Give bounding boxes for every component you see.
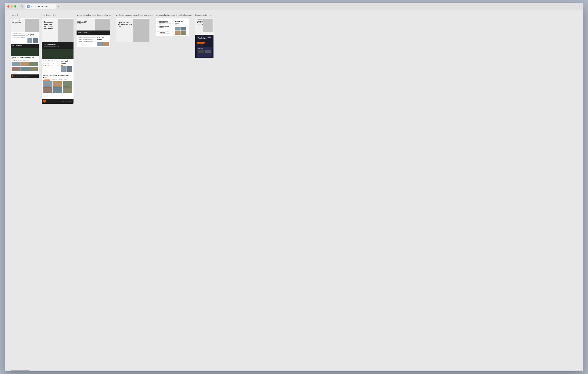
lp1-hero-text: Explore and Share your Magnificent Desk …	[77, 21, 88, 25]
chosen-tab-all[interactable]: All Workspace	[43, 79, 50, 81]
fullscreen-window-button[interactable]	[14, 5, 16, 8]
chosen-grid-6: Raijin Ngershot	[63, 87, 72, 93]
frame-6-column: Frame 6 Explore and Share your Magnifice…	[10, 14, 39, 78]
lp3-step-content-3: Mention Your Lovely Peripherals Tag all …	[159, 31, 174, 34]
workspes-lp3-card[interactable]: Explore Millions of Workspace Ideas Brow…	[156, 18, 189, 36]
lp3-step-desc-1: Browse through thousands of workspace se…	[159, 23, 174, 25]
lp1-step-2: Submit Yours to the Community	[78, 39, 96, 40]
lp1-dot-2	[78, 39, 79, 40]
chosen-grid-label-5: Hareng Mokhuk	[53, 92, 59, 93]
browser-window: Vicky - Exploration × + ··· Frame 6	[5, 3, 294, 187]
workspes-lp1-card[interactable]: Explore and Share your Magnificent Desk …	[76, 18, 110, 47]
workspace-grid	[11, 62, 38, 71]
chosen-how-right: How It All Works	[61, 60, 72, 72]
lp1-about: About Workspes Share your Workspace Idea…	[76, 31, 110, 35]
footer-link-1[interactable]: Blog	[14, 76, 15, 77]
traffic-lights	[7, 5, 16, 8]
chosen-hero: Explore and Share your Magnificent Desk …	[42, 19, 74, 42]
spread-tabs: All Workspace Productivity Gaming Casual	[11, 60, 38, 61]
grid-item-1	[11, 62, 20, 66]
frame6-thumbnails	[27, 38, 38, 43]
lp1-step-text-3: Mention Your Lovely Peripherals	[79, 41, 93, 42]
chosen-step-2: Submit Yours to the Community	[43, 63, 59, 64]
tab-casual[interactable]: Casual	[26, 60, 29, 61]
lp3-thumb-3	[175, 31, 180, 35]
workspes-lp2-card[interactable]: Explore and Share your Magnificent Desk …	[116, 18, 149, 42]
lp3-how-row: Explore Millions of Workspace Ideas Brow…	[157, 21, 188, 35]
frame6-steps: Explore Millions of Workspace Ideas Subm…	[11, 33, 27, 43]
new-tab-button[interactable]: +	[56, 4, 61, 9]
tab-bar: Vicky - Exploration × +	[25, 4, 294, 9]
lp1-how-row: Explore Millions of Workspace Ideas Subm…	[78, 37, 109, 46]
chosen-tab-productivity[interactable]: Productivity	[51, 79, 57, 81]
lp3-nav	[156, 18, 189, 19]
chosen-explore-title: Spread Your Workspace Idea to the World	[43, 75, 72, 78]
lp1-step-3: Mention Your Lovely Peripherals	[78, 41, 96, 42]
chosen-grid-label-4: Dark Side of the Mo...	[43, 92, 51, 93]
frame6-spread: Spread Your Workspace Idea to the World …	[10, 56, 39, 75]
frame6-how-right: How It All Works ──	[27, 33, 38, 43]
lp3-step-content-2: Submit Yours to the Community Share your…	[159, 26, 174, 29]
tab-title: Vicky - Exploration	[31, 5, 50, 8]
tab-gaming[interactable]: Gaming	[22, 60, 26, 61]
load-more-button[interactable]	[43, 95, 48, 96]
chosen-card[interactable]: Explore and Share your Magnificent Desk …	[42, 18, 74, 104]
active-tab[interactable]: Vicky - Exploration ×	[25, 4, 56, 9]
ig-cta-button[interactable]: dribbble.com/vicky	[197, 42, 205, 43]
chosen-how-row: Explore Millions of Workspace Ideas Subm…	[43, 60, 72, 72]
chosen-footer-link-3[interactable]: Exploration	[68, 101, 72, 102]
workspes-lp3-label: workspes-landing-page-dribbble-showcas..…	[156, 14, 192, 16]
chosen-explore-section: Spread Your Workspace Idea to the World …	[42, 73, 74, 99]
workspes-lp1-label: workspes-landing-page-dribbble-showcas..…	[76, 14, 113, 16]
ig-mockup-img-1	[198, 50, 204, 53]
chosen-grid-label-3: Si Paling Produktif	[63, 86, 69, 86]
spread-title: Spread Your Workspace Idea to the World	[11, 57, 38, 60]
ig-product-image	[203, 19, 212, 32]
tab-close-button[interactable]: ×	[52, 5, 54, 8]
footer-link-4[interactable]: Contact Support	[23, 76, 27, 77]
footer-link-3[interactable]: Exploration	[19, 76, 22, 77]
lp1-dot-1	[78, 37, 79, 38]
thumb-1	[27, 38, 32, 43]
tab-all-workspace[interactable]: All Workspace	[11, 60, 17, 61]
grid-item-6	[29, 67, 38, 71]
lp3-step-3: Mention Your Lovely Peripherals Tag all …	[157, 31, 174, 34]
chosen-grid-4: Dark Side of the Mo...	[43, 87, 52, 93]
footer-link-2[interactable]: Projects	[16, 76, 18, 77]
chosen-grid-1: HyperMald Music	[43, 81, 52, 87]
chosen-steps: Explore Millions of Workspace Ideas Subm…	[43, 60, 59, 66]
chosen-dot-2	[43, 63, 44, 64]
lp1-thumb-1	[97, 42, 103, 46]
chosen-tab-gaming[interactable]: Gaming	[58, 79, 63, 81]
tab-productivity[interactable]: Productivity	[18, 60, 22, 61]
step2-text: Submit Yours to the Community	[13, 35, 25, 36]
grid-item-2	[21, 62, 29, 66]
chosen-accent-line	[61, 65, 63, 65]
canvas-content-area: Frame 6 Explore and Share your Magnifice…	[5, 10, 294, 187]
ig-mockup-content: Workspace	[198, 48, 211, 53]
lp3-step-title-2: Submit Yours to the Community	[159, 26, 174, 28]
chosen-footer-link-1[interactable]: Blog	[63, 101, 64, 102]
the-chosen-one-column: The Chosen One Explore and Share your Ma…	[42, 14, 74, 104]
chosen-how-section: Explore Millions of Workspace Ideas Subm…	[42, 59, 74, 73]
home-button[interactable]	[19, 4, 24, 9]
lp3-step-2: Submit Yours to the Community Share your…	[157, 26, 174, 29]
frame6-step-1: Explore Millions of Workspace Ideas	[11, 33, 27, 34]
footer-logo	[11, 75, 13, 77]
load-more-btn[interactable]	[11, 72, 16, 74]
ig-bottom-mockup: Workspace	[197, 47, 212, 57]
chosen-tab-casual[interactable]: Casual	[63, 79, 67, 81]
chosen-label: The Chosen One	[42, 14, 74, 16]
figma-canvas[interactable]: Frame 6 Explore and Share your Magnifice…	[5, 10, 294, 187]
instagram-story-label: Instagram story - 2	[195, 14, 213, 16]
chosen-footer-link-2[interactable]: Projects	[65, 101, 67, 102]
lp1-hero-image	[95, 19, 110, 31]
close-window-button[interactable]	[7, 5, 10, 8]
minimize-window-button[interactable]	[10, 5, 13, 8]
lp1-nav	[76, 18, 110, 19]
lp1-about-title: About Workspes	[78, 32, 109, 33]
chosen-about-section: About Workspes Share your Workspace Idea…	[42, 42, 74, 49]
frame-6-card[interactable]: Explore and Share your Magnificent Desk …	[10, 18, 39, 78]
lp3-dot-2	[157, 26, 158, 27]
instagram-story-card[interactable]: Explore and Share your Magnificent Desk …	[195, 18, 213, 58]
